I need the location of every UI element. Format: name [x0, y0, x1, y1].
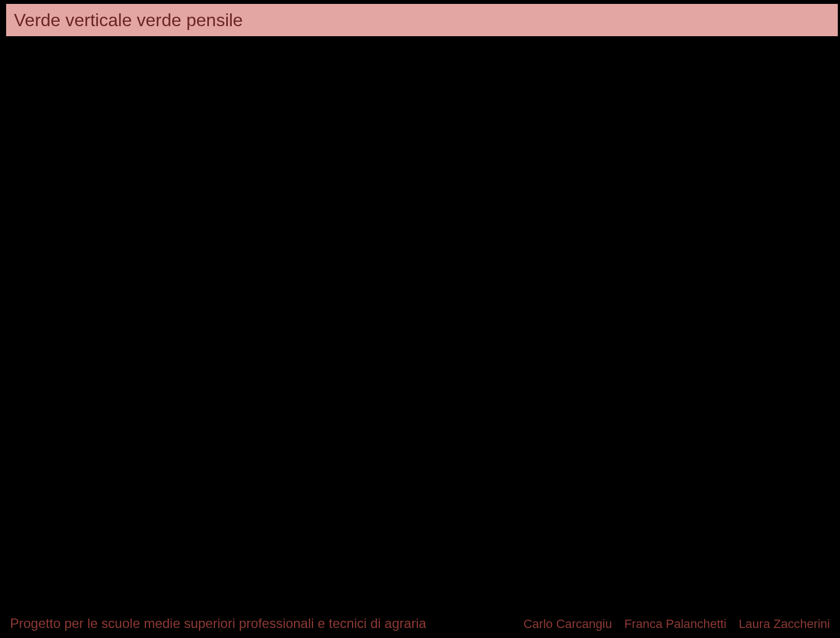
slide-title: Verde verticale verde pensile — [14, 10, 243, 31]
slide-footer: Progetto per le scuole medie superiori p… — [0, 616, 840, 631]
author-name: Carlo Carcangiu — [524, 617, 612, 631]
title-bar: Verde verticale verde pensile — [6, 4, 838, 36]
slide-container: Verde verticale verde pensile Progetto p… — [0, 0, 840, 638]
top-accent-bar — [6, 0, 402, 4]
footer-authors: Carlo Carcangiu Franca Palanchetti Laura… — [524, 617, 830, 631]
author-name: Laura Zaccherini — [739, 617, 830, 631]
footer-project-description: Progetto per le scuole medie superiori p… — [10, 616, 426, 631]
author-name: Franca Palanchetti — [624, 617, 726, 631]
